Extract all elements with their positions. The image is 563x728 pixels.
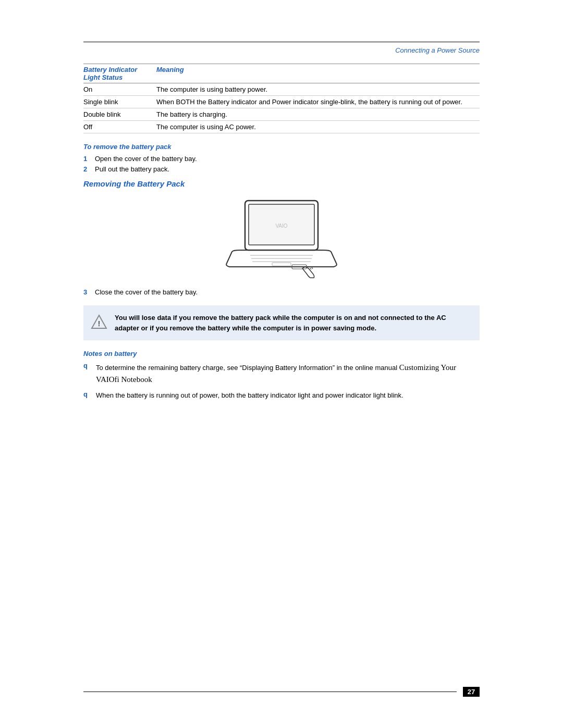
table-cell-meaning: The battery is charging. — [156, 108, 480, 121]
serif-title: Customizing Your VAIOfi Notebook — [96, 363, 456, 384]
step-text: Close the cover of the battery bay. — [95, 288, 198, 296]
svg-text:VAIO: VAIO — [275, 223, 287, 229]
table-row: Single blinkWhen BOTH the Battery indica… — [83, 96, 480, 108]
table-cell-meaning: The computer is using AC power. — [156, 121, 480, 133]
table-cell-status: Off — [83, 121, 156, 133]
table-cell-status: On — [83, 83, 156, 96]
table-row: OnThe computer is using battery power. — [83, 83, 480, 96]
step-text: Pull out the battery pack. — [95, 165, 169, 173]
table-cell-meaning: When BOTH the Battery indicator and Powe… — [156, 96, 480, 108]
laptop-illustration: VAIO — [224, 195, 339, 279]
steps-before-image: 1Open the cover of the battery bay.2Pull… — [83, 155, 480, 173]
table-cell-status: Double blink — [83, 108, 156, 121]
step-number: 1 — [83, 155, 95, 163]
footer-rule — [83, 692, 457, 692]
page-header-title: Connecting a Power Source — [83, 46, 480, 54]
battery-indicator-table: Battery Indicator Light Status Meaning O… — [83, 64, 480, 133]
step-item: 3Close the cover of the battery bay. — [83, 288, 480, 296]
table-col1-header: Battery Indicator Light Status — [83, 64, 156, 83]
table-cell-meaning: The computer is using battery power. — [156, 83, 480, 96]
warning-box: ! You will lose data if you remove the b… — [83, 305, 480, 340]
step-number: 2 — [83, 165, 95, 173]
page: Connecting a Power Source Battery Indica… — [0, 0, 563, 728]
step-number: 3 — [83, 288, 95, 296]
warning-text: You will lose data if you remove the bat… — [115, 313, 470, 333]
bullet-text: To determine the remaining battery charg… — [96, 362, 480, 386]
page-footer: 27 — [83, 687, 480, 697]
notes-on-battery-label: Notes on battery — [83, 350, 480, 357]
table-cell-status: Single blink — [83, 96, 156, 108]
removing-battery-title: Removing the Battery Pack — [83, 179, 480, 188]
warning-icon: ! — [91, 314, 107, 330]
remove-battery-label: To remove the battery pack — [83, 143, 480, 151]
table-body: OnThe computer is using battery power.Si… — [83, 83, 480, 133]
table-col2-header: Meaning — [156, 64, 480, 83]
laptop-image-container: VAIO — [83, 195, 480, 279]
page-number: 27 — [463, 687, 480, 697]
bullet-q-marker: q — [83, 362, 93, 369]
table-header-row: Battery Indicator Light Status Meaning — [83, 64, 480, 83]
notes-bullet-list: qTo determine the remaining battery char… — [83, 362, 480, 401]
table-row: OffThe computer is using AC power. — [83, 121, 480, 133]
svg-rect-7 — [272, 263, 291, 266]
step-item: 2Pull out the battery pack. — [83, 165, 480, 173]
svg-text:!: ! — [98, 319, 101, 328]
top-rule — [83, 42, 480, 42]
step-text: Open the cover of the battery bay. — [95, 155, 197, 163]
bullet-q-marker: q — [83, 390, 93, 398]
steps-after-image: 3Close the cover of the battery bay. — [83, 288, 480, 296]
bullet-item: qWhen the battery is running out of powe… — [83, 390, 480, 401]
table-row: Double blinkThe battery is charging. — [83, 108, 480, 121]
bullet-item: qTo determine the remaining battery char… — [83, 362, 480, 386]
bullet-text: When the battery is running out of power… — [96, 390, 403, 401]
step-item: 1Open the cover of the battery bay. — [83, 155, 480, 163]
